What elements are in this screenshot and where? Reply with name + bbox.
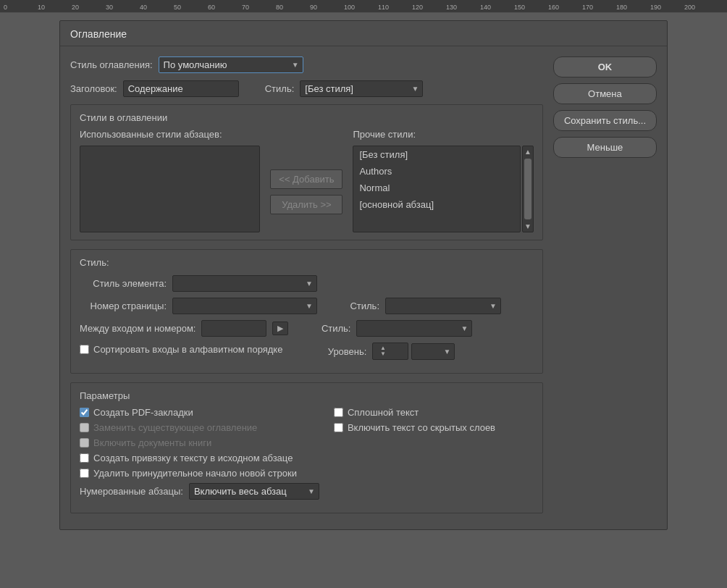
create-anchor-checkbox[interactable] bbox=[80, 453, 89, 463]
page-number-select-wrap[interactable]: ▼ bbox=[172, 298, 317, 314]
ruler-tick: 50 bbox=[174, 4, 181, 11]
params-grid: Создать PDF-закладки Заменить существующ… bbox=[80, 407, 534, 505]
style-select-2-wrap[interactable]: ▼ bbox=[356, 320, 472, 337]
sort-label: Сортировать входы в алфавитном порядке bbox=[93, 344, 282, 355]
cancel-button[interactable]: Отмена bbox=[553, 83, 657, 104]
create-anchor-label: Создать привязку к тексту в исходном абз… bbox=[93, 453, 293, 463]
ruler-tick: 170 bbox=[582, 4, 593, 11]
ruler-tick: 30 bbox=[106, 4, 113, 11]
style-select[interactable]: [Без стиля] bbox=[300, 80, 423, 97]
include-hidden-checkbox[interactable] bbox=[334, 423, 343, 432]
save-style-button[interactable]: Сохранить стиль... bbox=[553, 110, 657, 131]
ruler-tick: 0 bbox=[4, 4, 7, 11]
include-book-label: Включить документы книги bbox=[93, 437, 211, 448]
ok-button[interactable]: OK bbox=[553, 56, 657, 77]
element-style-select[interactable] bbox=[172, 275, 317, 292]
level-label: Уровень: bbox=[323, 346, 366, 357]
ruler-tick: 10 bbox=[38, 4, 45, 11]
element-style-title: Стиль: bbox=[80, 257, 534, 268]
styles-section: Стили в оглавлении Использованные стили … bbox=[70, 104, 543, 240]
create-pdf-row: Создать PDF-закладки bbox=[80, 407, 319, 418]
params-left: Создать PDF-закладки Заменить существующ… bbox=[80, 407, 319, 505]
replace-existing-checkbox[interactable] bbox=[80, 423, 89, 432]
params-section: Параметры Создать PDF-закладки Заменить … bbox=[70, 382, 543, 513]
other-styles-list[interactable]: [Без стиля] Authors Normal [основной абз… bbox=[353, 146, 520, 232]
ruler-tick: 20 bbox=[72, 4, 79, 11]
styles-action-buttons: << Добавить Удалить >> bbox=[270, 129, 343, 232]
element-style-section: Стиль: Стиль элемента: ▼ Номер с bbox=[70, 249, 543, 374]
other-style-item-1[interactable]: Authors bbox=[353, 163, 519, 180]
delete-forced-row: Удалить принудительное начало новой стро… bbox=[80, 468, 319, 479]
used-styles-list[interactable] bbox=[80, 146, 260, 232]
style-select-1[interactable] bbox=[385, 298, 501, 314]
ruler-tick: 190 bbox=[650, 4, 661, 11]
scrollbar-thumb[interactable] bbox=[524, 159, 531, 219]
delete-forced-checkbox[interactable] bbox=[80, 469, 89, 478]
other-style-item-0[interactable]: [Без стиля] bbox=[353, 146, 519, 163]
header-label: Заголовок: bbox=[70, 83, 117, 94]
other-styles-label: Прочие стили: bbox=[353, 129, 533, 140]
between-arrow-button[interactable]: ▶ bbox=[272, 322, 288, 335]
numbered-select-wrap[interactable]: Включить весь абзац ▼ bbox=[189, 483, 319, 500]
ruler-tick: 80 bbox=[276, 4, 283, 11]
element-style-label: Стиль элемента: bbox=[80, 278, 167, 289]
numbered-select[interactable]: Включить весь абзац bbox=[189, 483, 319, 500]
ruler-tick: 160 bbox=[548, 4, 559, 11]
ruler-tick: 60 bbox=[208, 4, 215, 11]
toc-dialog: Оглавление Стиль оглавления: По умолчани… bbox=[59, 20, 668, 530]
level-spinner[interactable]: ▲ ▼ bbox=[372, 343, 408, 360]
params-right: Сплошной текст Включить текст со скрытых… bbox=[334, 407, 534, 505]
ruler-tick: 140 bbox=[480, 4, 491, 11]
ruler-tick: 130 bbox=[446, 4, 457, 11]
other-style-item-3[interactable]: [основной абзац] bbox=[353, 196, 519, 213]
scrollbar-down[interactable]: ▼ bbox=[524, 221, 531, 232]
style-select-1-wrap[interactable]: ▼ bbox=[385, 298, 501, 314]
page-number-label: Номер страницы: bbox=[80, 301, 167, 311]
header-style-row: Заголовок: Стиль: [Без стиля] ▼ bbox=[70, 80, 543, 97]
page-number-select[interactable] bbox=[172, 298, 317, 314]
sort-level-row: Сортировать входы в алфавитном порядке У… bbox=[80, 343, 534, 360]
element-style-select-wrap[interactable]: ▼ bbox=[172, 275, 317, 292]
other-style-item-2[interactable]: Normal bbox=[353, 180, 519, 196]
style-select-wrap[interactable]: [Без стиля] ▼ bbox=[300, 80, 423, 97]
style-label-2: Стиль: bbox=[314, 323, 350, 334]
level-select-wrap[interactable]: ▼ bbox=[411, 343, 455, 360]
less-button[interactable]: Меньше bbox=[553, 137, 657, 158]
sort-checkbox-row: Сортировать входы в алфавитном порядке bbox=[80, 344, 282, 355]
page-number-form-row: Номер страницы: ▼ Стиль: bbox=[80, 298, 534, 314]
sort-checkbox[interactable] bbox=[80, 345, 89, 354]
remove-style-button[interactable]: Удалить >> bbox=[270, 195, 343, 214]
toc-style-label: Стиль оглавления: bbox=[70, 59, 153, 70]
between-input[interactable] bbox=[201, 320, 266, 337]
plain-text-checkbox[interactable] bbox=[334, 408, 343, 417]
level-spin-arrows[interactable]: ▲ ▼ bbox=[380, 345, 386, 357]
params-title: Параметры bbox=[80, 390, 534, 401]
scrollbar-up[interactable]: ▲ bbox=[524, 146, 531, 157]
style-label: Стиль: bbox=[265, 83, 295, 94]
ruler-tick: 200 bbox=[684, 4, 695, 11]
ruler-tick: 70 bbox=[242, 4, 249, 11]
level-select[interactable] bbox=[411, 343, 455, 360]
dialog-title: Оглавление bbox=[60, 21, 667, 46]
toc-style-select[interactable]: По умолчанию bbox=[159, 56, 303, 73]
ruler-tick: 90 bbox=[310, 4, 317, 11]
style-select-2[interactable] bbox=[356, 320, 472, 337]
ruler-tick: 100 bbox=[344, 4, 355, 11]
other-styles-scrollbar[interactable]: ▲ ▼ bbox=[522, 146, 534, 232]
plain-text-label: Сплошной текст bbox=[348, 407, 419, 418]
plain-text-row: Сплошной текст bbox=[334, 407, 534, 418]
create-pdf-checkbox[interactable] bbox=[80, 408, 89, 417]
replace-existing-row: Заменить существующее оглавление bbox=[80, 422, 319, 433]
numbered-label: Нумерованные абзацы: bbox=[80, 486, 183, 497]
ruler-tick: 110 bbox=[378, 4, 389, 11]
spin-down-arrow[interactable]: ▼ bbox=[380, 351, 386, 357]
toc-style-select-wrap[interactable]: По умолчанию ▼ bbox=[159, 56, 303, 73]
ruler: // Render ruler ticks inline via JS afte… bbox=[0, 0, 727, 13]
replace-existing-label: Заменить существующее оглавление bbox=[93, 422, 257, 433]
include-book-checkbox[interactable] bbox=[80, 438, 89, 448]
ruler-tick: 180 bbox=[616, 4, 627, 11]
create-anchor-row: Создать привязку к тексту в исходном абз… bbox=[80, 453, 319, 463]
header-input[interactable] bbox=[123, 80, 239, 97]
styles-section-title: Стили в оглавлении bbox=[80, 112, 534, 123]
add-style-button[interactable]: << Добавить bbox=[270, 169, 343, 189]
